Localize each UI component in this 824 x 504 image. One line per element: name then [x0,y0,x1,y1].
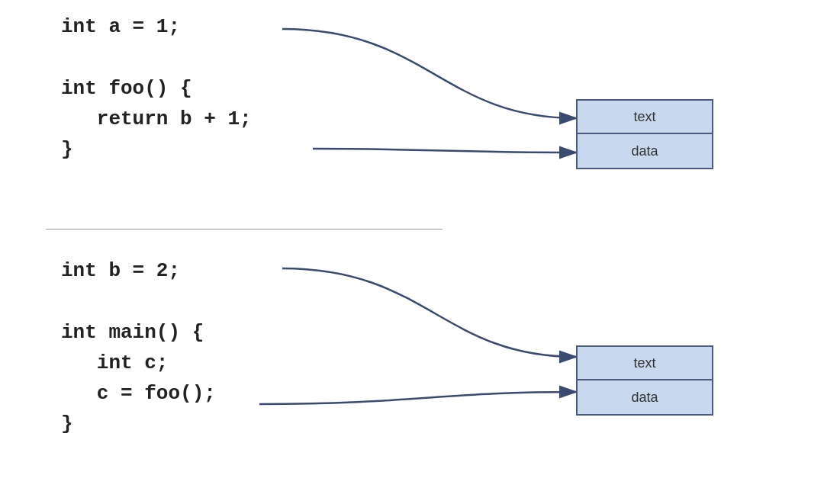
box-data-top: data [576,134,713,169]
code-line-2 [61,42,252,72]
box-text-top: text [576,99,713,134]
code-line-b3: int main() { [61,317,216,348]
section-divider [46,229,443,230]
code-line-b1: int b = 2; [61,255,216,286]
box-group-bottom: text data [576,345,713,416]
diagram-container: int a = 1; int foo() { return b + 1; } t… [0,0,824,504]
box-text-bottom: text [576,345,713,380]
box-data-bottom: data [576,380,713,416]
code-line-b5: c = foo(); [61,378,216,409]
code-line-4: return b + 1; [61,104,252,134]
code-line-b2 [61,286,216,316]
code-block-top: int a = 1; int foo() { return b + 1; } [61,11,252,165]
section-top: int a = 1; int foo() { return b + 1; } t… [0,0,824,229]
code-line-b4: int c; [61,348,216,378]
section-bottom: int b = 2; int main() { int c; c = foo()… [0,236,824,504]
code-line-3: int foo() { [61,73,252,104]
code-block-bottom: int b = 2; int main() { int c; c = foo()… [61,255,216,440]
code-line-5: } [61,134,252,165]
code-line-1: int a = 1; [61,11,252,42]
code-line-b6: } [61,409,216,439]
box-group-top: text data [576,99,713,169]
